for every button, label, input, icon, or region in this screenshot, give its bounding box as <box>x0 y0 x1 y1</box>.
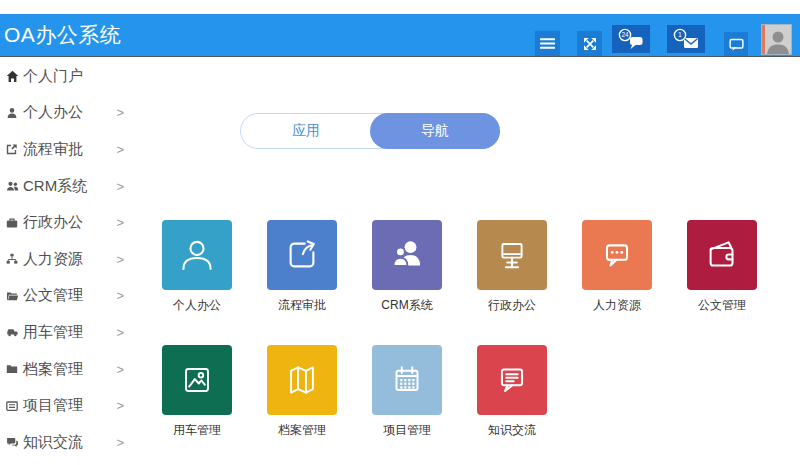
sidebar-item-admin-office[interactable]: 行政办公 > <box>0 204 152 241</box>
mail-badge-icon: 1 <box>671 27 701 51</box>
view-toggle: 应用 导航 <box>240 113 500 149</box>
monitor-icon <box>491 234 533 276</box>
avatar-silhouette-icon <box>762 25 791 55</box>
car-icon <box>6 326 23 338</box>
chat-dots-icon <box>596 234 638 276</box>
tile-hr[interactable]: 人力资源 <box>582 220 652 314</box>
sidebar-item-label: 项目管理 <box>23 396 83 415</box>
sidebar-item-label: 流程审批 <box>23 140 83 159</box>
expand-button[interactable] <box>577 31 602 56</box>
list-icon <box>6 400 23 412</box>
tile-label: CRM系统 <box>381 297 432 314</box>
chat-badge-count: 24 <box>621 31 629 38</box>
chat-badge-icon: 24 <box>616 27 646 51</box>
app-title: OA办公系统 <box>4 14 121 57</box>
tile-archive-mgmt[interactable]: 档案管理 <box>267 345 337 439</box>
menu-icon <box>540 36 555 51</box>
tile-grid-row-1: 个人办公 流程审批 <box>162 220 757 314</box>
sidebar-item-personal-office[interactable]: 个人办公 > <box>0 95 152 132</box>
sidebar-item-archive-mgmt[interactable]: 档案管理 > <box>0 351 152 388</box>
user-icon <box>6 107 23 119</box>
chevron-right-icon: > <box>116 362 124 377</box>
chevron-right-icon: > <box>116 179 124 194</box>
sidebar-item-knowledge-exchange[interactable]: 知识交流 > <box>0 424 152 461</box>
oa-app-window: OA办公系统 <box>0 0 800 465</box>
tile-label: 项目管理 <box>383 422 431 439</box>
chevron-right-icon: > <box>116 105 124 120</box>
tile-vehicle-mgmt[interactable]: 用车管理 <box>162 345 232 439</box>
user-avatar[interactable] <box>761 24 792 55</box>
header-bar: OA办公系统 <box>0 14 800 57</box>
menu-button[interactable] <box>535 31 560 56</box>
sidebar-item-workflow-approval[interactable]: 流程审批 > <box>0 131 152 168</box>
comments-icon <box>6 436 23 448</box>
sitemap-icon <box>6 253 23 265</box>
tab-navigation[interactable]: 导航 <box>370 113 500 149</box>
sidebar-item-label: 档案管理 <box>23 360 83 379</box>
comment-icon <box>728 36 745 53</box>
calendar-icon <box>386 359 428 401</box>
chevron-right-icon: > <box>116 215 124 230</box>
avatar-accent-strip <box>762 25 765 54</box>
wallet-icon <box>701 234 743 276</box>
tile-knowledge-exchange[interactable]: 知识交流 <box>477 345 547 439</box>
tile-grid-row-2: 用车管理 档案管理 <box>162 345 547 439</box>
image-icon <box>176 359 218 401</box>
tile-label: 公文管理 <box>698 297 746 314</box>
chevron-right-icon: > <box>116 325 124 340</box>
tab-apps[interactable]: 应用 <box>241 114 371 148</box>
chevron-right-icon: > <box>116 398 124 413</box>
mail-notifications-button[interactable]: 1 <box>667 25 705 53</box>
tile-crm[interactable]: CRM系统 <box>372 220 442 314</box>
users-icon <box>6 180 23 192</box>
approval-icon <box>6 143 23 155</box>
tile-project-mgmt[interactable]: 项目管理 <box>372 345 442 439</box>
tile-label: 知识交流 <box>488 422 536 439</box>
map-icon <box>281 359 323 401</box>
folder-icon <box>6 363 23 375</box>
chevron-right-icon: > <box>116 288 124 303</box>
briefcase-icon <box>6 217 23 229</box>
tile-label: 个人办公 <box>173 297 221 314</box>
tile-workflow-approval[interactable]: 流程审批 <box>267 220 337 314</box>
sidebar-item-label: CRM系统 <box>23 177 87 196</box>
home-icon <box>6 70 23 83</box>
sidebar-item-personal-portal[interactable]: 个人门户 <box>0 58 152 95</box>
sidebar-item-label: 公文管理 <box>23 286 83 305</box>
sidebar-item-label: 知识交流 <box>23 433 83 452</box>
tile-label: 人力资源 <box>593 297 641 314</box>
chevron-right-icon: > <box>116 252 124 267</box>
tile-label: 行政办公 <box>488 297 536 314</box>
chat-lines-icon <box>491 359 533 401</box>
tile-admin-office[interactable]: 行政办公 <box>477 220 547 314</box>
tile-personal-office[interactable]: 个人办公 <box>162 220 232 314</box>
sidebar-nav: 个人门户 个人办公 > 流程审批 > <box>0 58 152 461</box>
sidebar-item-label: 个人门户 <box>23 67 83 86</box>
user-outline-icon <box>176 234 218 276</box>
tile-document-mgmt[interactable]: 公文管理 <box>687 220 757 314</box>
sidebar-item-label: 人力资源 <box>23 250 83 269</box>
chevron-right-icon: > <box>116 435 124 450</box>
mail-badge-count: 1 <box>678 31 682 38</box>
sidebar-item-label: 行政办公 <box>23 213 83 232</box>
sidebar-item-hr[interactable]: 人力资源 > <box>0 241 152 278</box>
sidebar-item-crm[interactable]: CRM系统 > <box>0 168 152 205</box>
users-filled-icon <box>386 234 428 276</box>
expand-icon <box>582 36 598 52</box>
sidebar-item-project-mgmt[interactable]: 项目管理 > <box>0 387 152 424</box>
sidebar-item-label: 个人办公 <box>23 103 83 122</box>
chevron-right-icon: > <box>116 142 124 157</box>
comment-button[interactable] <box>724 32 748 56</box>
sidebar-item-label: 用车管理 <box>23 323 83 342</box>
tile-label: 流程审批 <box>278 297 326 314</box>
folder-open-icon <box>6 290 23 302</box>
sidebar-item-vehicle-mgmt[interactable]: 用车管理 > <box>0 314 152 351</box>
share-icon <box>281 234 323 276</box>
chat-notifications-button[interactable]: 24 <box>612 25 650 53</box>
tile-label: 用车管理 <box>173 422 221 439</box>
sidebar-item-document-mgmt[interactable]: 公文管理 > <box>0 278 152 315</box>
tile-label: 档案管理 <box>278 422 326 439</box>
